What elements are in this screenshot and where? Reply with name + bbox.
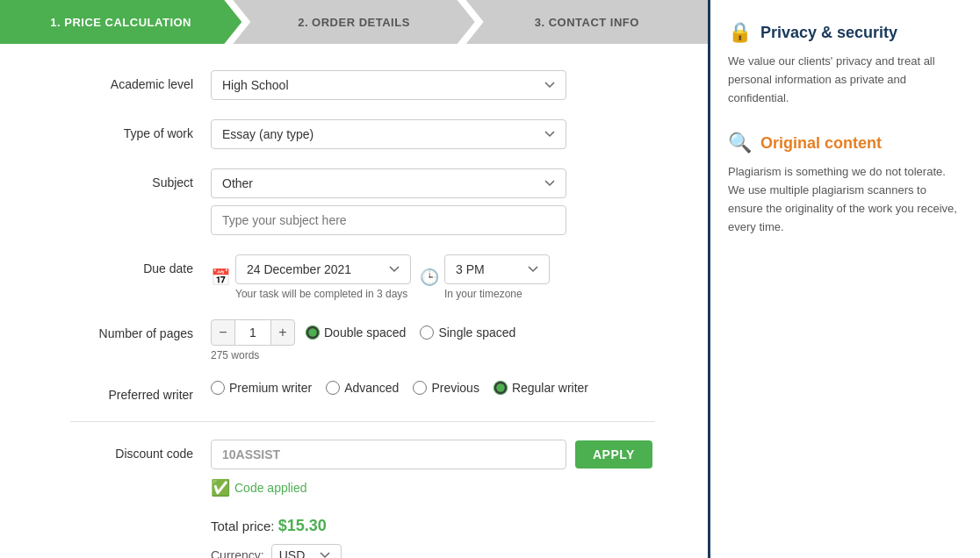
- original-section: 🔍 Original content Plagiarism is somethi…: [728, 132, 962, 236]
- currency-label: Currency:: [211, 548, 264, 558]
- steps-header: 1. Price Calculation 2. Order Details 3.…: [0, 0, 708, 44]
- type-of-work-label: Type of work: [70, 119, 211, 140]
- lock-icon: 🔒: [728, 21, 752, 44]
- sidebar: 🔒 Privacy & security We value our client…: [708, 0, 980, 558]
- previous-writer-radio[interactable]: [413, 381, 427, 395]
- preferred-writer-row: Preferred writer Premium writer Advanced: [70, 381, 655, 402]
- currency-select[interactable]: USD EUR GBP: [271, 544, 342, 558]
- discount-label: Discount code: [70, 440, 211, 461]
- subject-control: Other Math English History Science: [211, 168, 655, 235]
- pages-decrement-button[interactable]: −: [211, 319, 235, 346]
- check-circle-icon: ✅: [211, 478, 230, 497]
- single-spaced-label: Single spaced: [438, 326, 515, 340]
- pages-stepper: − 1 +: [211, 319, 295, 346]
- double-spaced-option[interactable]: Double spaced: [306, 326, 406, 340]
- currency-row: Currency: USD EUR GBP: [211, 544, 655, 558]
- apply-button[interactable]: APPLY: [575, 440, 652, 469]
- step-1[interactable]: 1. Price Calculation: [0, 0, 241, 44]
- discount-row: Discount code APPLY ✅ Code applied: [70, 440, 655, 497]
- spacing-radio-group: Double spaced Single spaced: [306, 326, 515, 340]
- due-date-row: Due date 📅 24 December 2021 25 December …: [70, 254, 655, 300]
- subject-select[interactable]: Other Math English History Science: [211, 168, 566, 198]
- due-date-label: Due date: [70, 254, 211, 275]
- step-3[interactable]: 3. Contact Info: [466, 0, 708, 44]
- academic-level-row: Academic level High School Undergraduate…: [70, 70, 655, 100]
- preferred-writer-control: Premium writer Advanced Previous Re: [211, 381, 655, 395]
- total-label: Total price:: [211, 519, 275, 533]
- original-text: Plagiarism is something we do not tolera…: [728, 163, 962, 236]
- type-of-work-row: Type of work Essay (any type) Research P…: [70, 119, 655, 149]
- discount-input[interactable]: [211, 440, 566, 469]
- subject-label: Subject: [70, 168, 211, 190]
- double-spaced-label: Double spaced: [324, 326, 406, 340]
- pages-control: − 1 + Double spaced Single spaced: [211, 319, 655, 361]
- discount-control: APPLY ✅ Code applied: [211, 440, 655, 497]
- step-2-label: 2. Order Details: [298, 16, 410, 29]
- code-applied-status: ✅ Code applied: [211, 478, 307, 497]
- pages-label: Number of pages: [70, 319, 211, 340]
- time-select[interactable]: 12 AM1 AM2 AM 3 PM4 PM5 PM 3 PM: [444, 254, 550, 284]
- previous-writer-option[interactable]: Previous: [413, 381, 479, 395]
- privacy-section: 🔒 Privacy & security We value our client…: [728, 21, 962, 107]
- privacy-title-row: 🔒 Privacy & security: [728, 21, 962, 44]
- advanced-writer-option[interactable]: Advanced: [326, 381, 399, 395]
- divider: [70, 421, 655, 422]
- previous-writer-label: Previous: [431, 381, 479, 395]
- due-date-control: 📅 24 December 2021 25 December 2021 26 D…: [211, 254, 655, 300]
- total-price-value: $15.30: [278, 517, 327, 534]
- timezone-note: In your timezone: [444, 288, 550, 300]
- total-price-row: Total price: $15.30: [211, 517, 655, 535]
- original-title-row: 🔍 Original content: [728, 132, 962, 154]
- step-2[interactable]: 2. Order Details: [233, 0, 474, 44]
- pages-value: 1: [235, 319, 270, 346]
- search-icon: 🔍: [728, 132, 752, 154]
- double-spaced-radio[interactable]: [306, 326, 320, 340]
- academic-level-label: Academic level: [70, 70, 211, 91]
- pages-increment-button[interactable]: +: [270, 319, 295, 346]
- step-1-label: 1. Price Calculation: [50, 16, 191, 29]
- regular-writer-radio[interactable]: [494, 381, 508, 395]
- premium-writer-radio[interactable]: [211, 381, 225, 395]
- calendar-icon: 📅: [211, 268, 230, 287]
- privacy-title: Privacy & security: [760, 24, 897, 42]
- type-of-work-select[interactable]: Essay (any type) Research Paper Assignme…: [211, 119, 566, 149]
- academic-level-control: High School Undergraduate Master's PhD: [211, 70, 655, 100]
- subject-input[interactable]: [211, 205, 566, 235]
- clock-icon: 🕒: [420, 268, 439, 287]
- code-applied-text: Code applied: [234, 481, 307, 495]
- advanced-writer-radio[interactable]: [326, 381, 340, 395]
- privacy-text: We value our clients' privacy and treat …: [728, 53, 962, 107]
- advanced-writer-label: Advanced: [344, 381, 399, 395]
- regular-writer-option[interactable]: Regular writer: [494, 381, 588, 395]
- subject-row: Subject Other Math English History Scien…: [70, 168, 655, 235]
- premium-writer-label: Premium writer: [229, 381, 312, 395]
- pages-row: Number of pages − 1 + Double spaced: [70, 319, 655, 361]
- form-area: Academic level High School Undergraduate…: [0, 44, 708, 558]
- writer-radio-group: Premium writer Advanced Previous Re: [211, 381, 655, 395]
- single-spaced-option[interactable]: Single spaced: [420, 326, 515, 340]
- academic-level-select[interactable]: High School Undergraduate Master's PhD: [211, 70, 566, 100]
- due-date-note: Your task will be completed in 3 days: [235, 288, 411, 300]
- premium-writer-option[interactable]: Premium writer: [211, 381, 312, 395]
- single-spaced-radio[interactable]: [420, 326, 434, 340]
- preferred-writer-label: Preferred writer: [70, 381, 211, 402]
- type-of-work-control: Essay (any type) Research Paper Assignme…: [211, 119, 655, 149]
- words-note: 275 words: [211, 349, 655, 361]
- original-title: Original content: [760, 134, 882, 153]
- due-date-select[interactable]: 24 December 2021 25 December 2021 26 Dec…: [235, 254, 411, 284]
- step-3-label: 3. Contact Info: [535, 16, 639, 29]
- regular-writer-label: Regular writer: [512, 381, 588, 395]
